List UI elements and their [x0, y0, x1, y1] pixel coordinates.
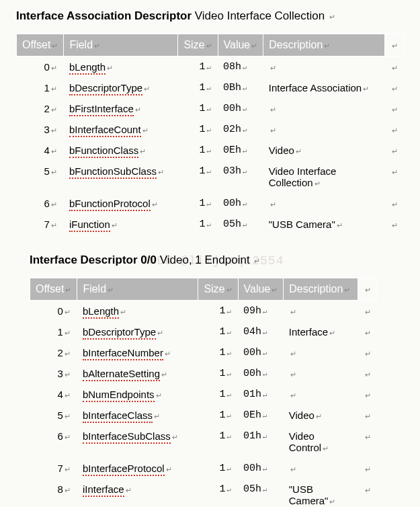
cell-field: bFirstInterface↵: [64, 98, 178, 119]
cell-description: "USB Camera"↵: [263, 214, 385, 235]
cell-value: 05h↵: [218, 214, 263, 235]
cell-description: ↵: [284, 301, 358, 322]
col-field-header: Field↵: [64, 34, 178, 56]
cell-value: 00h↵: [218, 98, 263, 119]
paragraph-mark-icon: ↵: [254, 257, 260, 265]
cell-field: iFunction↵: [64, 214, 178, 235]
cell-offset: 4↵: [30, 384, 77, 405]
cell-size: 1↵: [198, 426, 238, 458]
cell-value: 03h↵: [218, 161, 263, 193]
table-row: 4↵bNumEndpoints↵1↵01h↵↵↵: [30, 384, 377, 405]
cell-value: 00h↵: [218, 193, 263, 214]
table-row: 6↵bInterfaceSubClass↵1↵01h↵Video Control…: [30, 426, 377, 458]
cell-field: bDescriptorType↵: [77, 321, 198, 342]
cell-value: 04h↵: [238, 321, 284, 342]
cell-description: ↵: [284, 342, 358, 363]
cell-size: 1↵: [178, 193, 218, 214]
cell-field: bInterfaceSubClass↵: [77, 426, 198, 458]
cell-trailing-mark: ↵: [385, 119, 404, 140]
cell-value: 0Eh↵: [218, 140, 263, 161]
table-row: 7↵iFunction↵1↵05h↵"USB Camera"↵↵: [17, 214, 404, 235]
table-row: 1↵bDescriptorType↵1↵0Bh↵Interface Associ…: [17, 77, 404, 98]
col-value-header: Value↵: [238, 278, 284, 301]
cell-description: ↵: [284, 384, 358, 405]
cell-offset: 2↵: [30, 342, 77, 363]
cell-field: bInterfaceNumber↵: [77, 342, 198, 363]
col-size-header: Size↵: [198, 278, 238, 301]
table-row: 8↵iInterface↵1↵05h↵"USB Camera"↵↵: [30, 479, 377, 507]
cell-field: bInterfaceClass↵: [77, 405, 198, 426]
section2-title: Interface Descriptor 0/0 Video, 1 Endpoi…: [30, 254, 404, 267]
cell-offset: 2↵: [17, 98, 64, 119]
table-row: 5↵bFunctionSubClass↵1↵03h↵Video Interfac…: [17, 161, 404, 193]
cell-value: 09h↵: [238, 301, 284, 322]
cell-size: 1↵: [178, 140, 218, 161]
cell-field: bLength↵: [64, 56, 178, 78]
cell-field: iInterface↵: [77, 479, 198, 507]
cell-field: bDescriptorType↵: [64, 77, 178, 98]
cell-size: 1↵: [198, 342, 238, 363]
cell-trailing-mark: ↵: [358, 321, 377, 342]
table-row: 3↵bInterfaceCount↵1↵02h↵↵↵: [17, 119, 404, 140]
table-row: 2↵bInterfaceNumber↵1↵00h↵↵↵: [30, 342, 377, 363]
cell-offset: 1↵: [30, 321, 77, 342]
section2-table: Offset↵ Field↵ Size↵ Value↵ Description↵…: [30, 278, 377, 507]
cell-offset: 4↵: [17, 140, 64, 161]
cell-size: 1↵: [178, 56, 218, 78]
cell-description: ↵: [263, 56, 385, 78]
cell-field: bFunctionClass↵: [64, 140, 178, 161]
cell-description: Interface Association↵: [263, 77, 385, 98]
cell-offset: 0↵: [30, 301, 77, 322]
paragraph-mark-icon: ↵: [329, 13, 335, 21]
cell-trailing-mark: ↵: [358, 458, 377, 479]
section1-title-bold: Interface Association Descriptor: [16, 9, 192, 22]
cell-value: 0Eh↵: [238, 405, 284, 426]
cell-offset: 6↵: [17, 193, 64, 214]
cell-description: "USB Camera"↵: [284, 479, 358, 507]
cell-value: 01h↵: [238, 426, 284, 458]
cell-size: 1↵: [178, 77, 218, 98]
cell-offset: 6↵: [30, 426, 77, 458]
cell-size: 1↵: [178, 214, 218, 235]
cell-trailing-mark: ↵: [358, 342, 377, 363]
table-row: 0↵bLength↵1↵09h↵↵↵: [30, 301, 377, 322]
table-row: 5↵bInterfaceClass↵1↵0Eh↵Video↵↵: [30, 405, 377, 426]
cell-offset: 5↵: [30, 405, 77, 426]
col-offset-header: Offset↵: [30, 278, 77, 301]
cell-trailing-mark: ↵: [385, 193, 404, 214]
cell-offset: 7↵: [30, 458, 77, 479]
table-header-row: Offset↵ Field↵ Size↵ Value↵ Description↵…: [17, 34, 404, 56]
cell-value: 00h↵: [238, 342, 284, 363]
cell-trailing-mark: ↵: [358, 363, 377, 384]
cell-offset: 8↵: [30, 479, 77, 507]
cell-trailing-mark: ↵: [358, 301, 377, 322]
cell-trailing-mark: ↵: [358, 384, 377, 405]
cell-size: 1↵: [198, 384, 238, 405]
cell-description: ↵: [263, 98, 385, 119]
col-size-header: Size↵: [178, 34, 218, 56]
cell-trailing-mark: ↵: [358, 426, 377, 458]
cell-field: bNumEndpoints↵: [77, 384, 198, 405]
cell-trailing-mark: ↵: [385, 161, 404, 193]
cell-offset: 5↵: [17, 161, 64, 193]
col-value-header: Value↵: [218, 34, 263, 56]
table-row: 7↵bInterfaceProtocol↵1↵00h↵↵↵: [30, 458, 377, 479]
cell-size: 1↵: [178, 161, 218, 193]
col-desc-header: Description↵: [284, 278, 358, 301]
col-trailing-mark: ↵: [358, 278, 377, 301]
section1-title-light: Video Interface Collection: [195, 9, 325, 22]
cell-offset: 3↵: [17, 119, 64, 140]
cell-description: ↵: [284, 363, 358, 384]
cell-size: 1↵: [178, 119, 218, 140]
table-row: 2↵bFirstInterface↵1↵00h↵↵↵: [17, 98, 404, 119]
cell-field: bAlternateSetting↵: [77, 363, 198, 384]
cell-value: 00h↵: [238, 363, 284, 384]
cell-trailing-mark: ↵: [385, 140, 404, 161]
cell-description: ↵: [263, 119, 385, 140]
table-row: 6↵bFunctionProtocol↵1↵00h↵↵↵: [17, 193, 404, 214]
cell-value: 08h↵: [218, 56, 263, 78]
cell-size: 1↵: [198, 363, 238, 384]
cell-size: 1↵: [198, 458, 238, 479]
cell-trailing-mark: ↵: [358, 405, 377, 426]
cell-value: 00h↵: [238, 458, 284, 479]
